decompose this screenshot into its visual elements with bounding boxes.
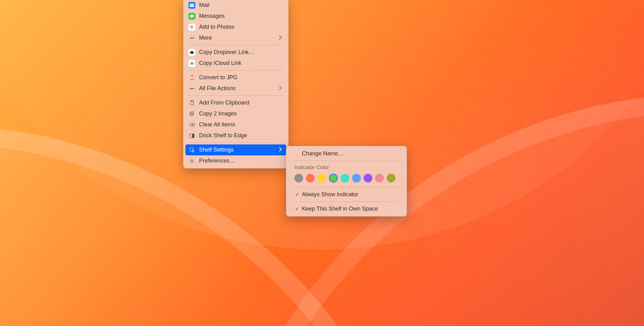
copy-icon bbox=[188, 110, 195, 117]
menu-item-copy-images[interactable]: Copy 2 Images bbox=[185, 108, 286, 119]
indicator-color-heading: Indicator Color bbox=[288, 163, 405, 172]
svg-point-19 bbox=[191, 160, 193, 162]
menu-item-preferences[interactable]: Preferences… bbox=[185, 155, 286, 166]
convert-icon bbox=[188, 74, 195, 81]
indicator-color-swatch-pink[interactable] bbox=[375, 174, 384, 182]
dock-icon bbox=[188, 132, 195, 139]
menu-item-dock-shelf[interactable]: Dock Shelf to Edge bbox=[185, 130, 286, 141]
chevron-right-icon bbox=[279, 35, 282, 41]
svg-point-7 bbox=[193, 37, 193, 38]
gear-icon bbox=[188, 158, 195, 164]
svg-point-5 bbox=[190, 37, 191, 38]
indicator-color-swatch-green[interactable] bbox=[329, 174, 338, 182]
menu-item-label: Shelf Settings bbox=[199, 147, 275, 153]
submenu-item-label: Always Show Indicator bbox=[302, 191, 398, 198]
ellipsis-icon bbox=[188, 35, 195, 41]
svg-point-1 bbox=[191, 25, 193, 27]
svg-point-9 bbox=[192, 88, 192, 89]
submenu-item-keep-in-own-space[interactable]: ✓ Keep This Shelf in Own Space bbox=[288, 203, 405, 214]
cloud-dark-icon bbox=[188, 49, 195, 56]
submenu-item-label: Keep This Shelf in Own Space bbox=[302, 206, 398, 212]
menu-item-label: Mail bbox=[199, 2, 282, 8]
clear-icon bbox=[188, 121, 195, 128]
menu-item-label: Preferences… bbox=[199, 158, 282, 164]
menu-item-shelf-settings[interactable]: Shelf Settings bbox=[185, 144, 286, 155]
indicator-color-swatch-purple[interactable] bbox=[364, 174, 372, 182]
svg-point-8 bbox=[190, 88, 191, 89]
menu-item-label: Copy iCloud Link bbox=[199, 60, 282, 66]
menu-separator bbox=[188, 95, 284, 96]
shelf-settings-submenu: Change Name… Indicator Color ✓ Always Sh… bbox=[286, 146, 407, 217]
menu-separator bbox=[188, 45, 284, 45]
checkmark-icon: ✓ bbox=[294, 206, 299, 212]
menu-item-label: Add to Photos bbox=[199, 24, 282, 30]
menu-item-more[interactable]: More bbox=[185, 32, 286, 43]
menu-item-copy-icloud-link[interactable]: Copy iCloud Link bbox=[185, 58, 286, 69]
svg-point-3 bbox=[191, 27, 193, 29]
indicator-color-swatch-blue[interactable] bbox=[352, 174, 361, 182]
menu-separator bbox=[294, 161, 398, 161]
menu-item-add-from-clipboard[interactable]: Add From Clipboard bbox=[185, 97, 286, 108]
svg-point-10 bbox=[193, 88, 193, 89]
svg-rect-13 bbox=[190, 112, 193, 116]
menu-item-clear-all[interactable]: Clear All Items bbox=[185, 119, 286, 130]
submenu-item-always-show-indicator[interactable]: ✓ Always Show Indicator bbox=[288, 189, 405, 200]
menu-item-mail[interactable]: Mail bbox=[185, 0, 286, 11]
menu-item-copy-dropover-link[interactable]: Copy Dropover Link… bbox=[185, 47, 286, 58]
indicator-color-swatch-red[interactable] bbox=[306, 174, 315, 182]
checkmark-icon: ✓ bbox=[294, 192, 299, 197]
menu-separator bbox=[188, 70, 284, 71]
menu-item-label: All File Actions bbox=[199, 85, 275, 92]
chevron-right-icon bbox=[279, 85, 282, 92]
indicator-color-swatch-gray[interactable] bbox=[294, 174, 303, 182]
menu-separator bbox=[294, 187, 398, 187]
indicator-color-swatch-olive[interactable] bbox=[387, 174, 395, 182]
chevron-right-icon bbox=[279, 147, 282, 153]
menu-item-label: More bbox=[199, 35, 275, 41]
svg-point-2 bbox=[192, 26, 194, 28]
menu-item-label: Dock Shelf to Edge bbox=[199, 132, 282, 139]
photos-app-icon bbox=[188, 24, 195, 31]
messages-app-icon bbox=[188, 13, 195, 20]
svg-rect-14 bbox=[191, 111, 193, 115]
svg-rect-17 bbox=[190, 148, 193, 151]
mail-app-icon bbox=[188, 2, 195, 9]
menu-item-convert-to-jpg[interactable]: Convert to JPG bbox=[185, 72, 286, 83]
menu-separator bbox=[294, 202, 398, 202]
indicator-color-swatch-cyan[interactable] bbox=[341, 174, 349, 182]
svg-point-4 bbox=[190, 26, 192, 28]
menu-separator bbox=[188, 143, 284, 143]
ellipsis-icon bbox=[188, 85, 195, 92]
submenu-item-label: Change Name… bbox=[302, 150, 398, 157]
context-menu: Mail Messages Add to Photos More bbox=[183, 0, 289, 168]
clipboard-icon bbox=[188, 100, 195, 106]
menu-item-label: Add From Clipboard bbox=[199, 100, 282, 106]
svg-rect-16 bbox=[193, 134, 194, 138]
cloud-light-icon bbox=[188, 60, 195, 67]
menu-item-label: Copy 2 Images bbox=[199, 110, 282, 117]
submenu-item-change-name[interactable]: Change Name… bbox=[288, 148, 405, 159]
menu-item-label: Clear All Items bbox=[199, 121, 282, 128]
menu-item-label: Copy Dropover Link… bbox=[199, 49, 282, 56]
indicator-color-swatch-yellow[interactable] bbox=[317, 174, 326, 182]
menu-item-label: Convert to JPG bbox=[199, 74, 282, 81]
menu-item-label: Messages bbox=[199, 13, 282, 19]
menu-item-add-to-photos[interactable]: Add to Photos bbox=[185, 22, 286, 32]
menu-item-messages[interactable]: Messages bbox=[185, 11, 286, 22]
indicator-color-palette bbox=[288, 172, 405, 186]
svg-point-6 bbox=[192, 37, 192, 38]
shelf-settings-icon bbox=[188, 147, 195, 153]
menu-item-all-file-actions[interactable]: All File Actions bbox=[185, 83, 286, 94]
svg-rect-11 bbox=[191, 101, 193, 105]
